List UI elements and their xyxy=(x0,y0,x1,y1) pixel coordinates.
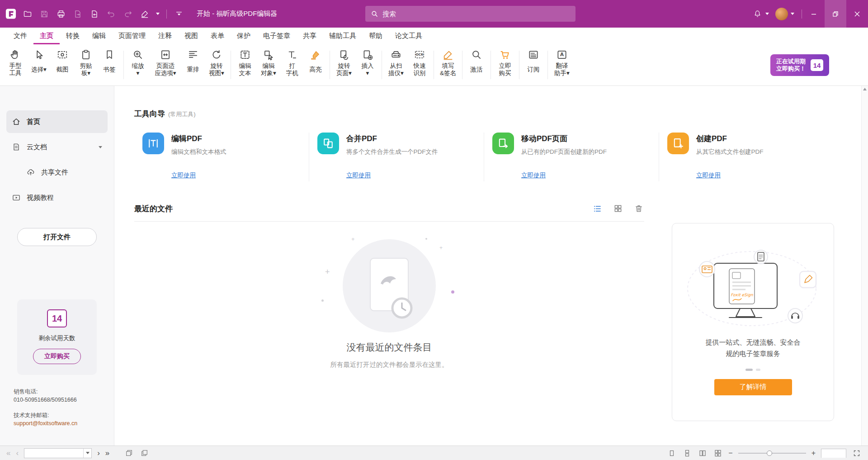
account-dropdown-caret[interactable] xyxy=(791,13,794,15)
esign-promo-card: Foxit eSign xyxy=(672,223,834,421)
tool-card-merge-pdf[interactable]: 合并PDF 将多个文件合并生成一个PDF文件 立即使用 xyxy=(309,133,484,181)
ribbon-tool-edit-text[interactable]: 编辑文本 xyxy=(233,44,257,85)
print-icon[interactable] xyxy=(56,9,66,19)
menu-item-edit[interactable]: 编辑 xyxy=(86,28,112,44)
cloud-docs-expand-caret[interactable] xyxy=(99,146,102,148)
esign-dropdown-caret[interactable] xyxy=(156,13,160,15)
sidebar-item-shared-files[interactable]: 共享文件 xyxy=(6,161,108,184)
search-box[interactable] xyxy=(365,6,576,22)
sidebar-item-cloud-docs[interactable]: 云文档 xyxy=(6,136,108,158)
menu-item-form[interactable]: 表单 xyxy=(204,28,231,44)
ribbon-tool-zoom[interactable]: 缩放▾ xyxy=(126,44,150,85)
zoom-value-input[interactable] xyxy=(821,450,846,458)
facing-view-icon[interactable] xyxy=(698,448,708,458)
ribbon-tool-rotate-pages[interactable]: 旋转页面▾ xyxy=(332,44,356,85)
notifications-bell-icon[interactable] xyxy=(752,9,763,19)
export-page-icon[interactable] xyxy=(72,9,83,19)
learn-more-button[interactable]: 了解详情 xyxy=(714,379,792,395)
last-page-button[interactable]: » xyxy=(105,449,109,457)
menu-item-page-management[interactable]: 页面管理 xyxy=(112,28,152,44)
ribbon-tool-typewriter[interactable]: 打字机 xyxy=(280,44,304,85)
open-folder-icon[interactable] xyxy=(22,9,33,19)
restore-button[interactable] xyxy=(825,0,846,28)
fullscreen-icon[interactable] xyxy=(852,448,862,458)
first-page-button[interactable]: « xyxy=(6,449,10,457)
list-view-icon[interactable] xyxy=(592,203,603,214)
prev-page-button[interactable]: ‹ xyxy=(16,449,19,457)
continuous-facing-view-icon[interactable] xyxy=(713,448,723,458)
ribbon-tool-page-fit[interactable]: 页面适应选项▾ xyxy=(150,44,181,85)
ribbon-tool-highlight[interactable]: 高亮 xyxy=(304,44,327,85)
sidebar-item-video-tutorials[interactable]: 视频教程 xyxy=(6,186,108,209)
import-page-icon[interactable] xyxy=(89,9,100,19)
menu-item-protect[interactable]: 保护 xyxy=(231,28,257,44)
use-now-link[interactable]: 立即使用 xyxy=(346,171,371,180)
ribbon-tool-from-scanner[interactable]: 从扫描仪▾ xyxy=(384,44,408,85)
menu-item-view[interactable]: 视图 xyxy=(178,28,204,44)
save-icon[interactable] xyxy=(39,9,50,19)
zoom-in-button[interactable]: + xyxy=(811,450,816,457)
ribbon-tool-bookmark[interactable]: 书签 xyxy=(98,44,121,85)
ribbon-tool-reflow[interactable]: 重排 xyxy=(181,44,205,85)
sidebar-item-home[interactable]: 首页 xyxy=(6,110,108,133)
menu-item-file[interactable]: 文件 xyxy=(7,28,33,44)
use-now-link[interactable]: 立即使用 xyxy=(696,171,721,180)
support-email-link[interactable]: support@foxitsoftware.cn xyxy=(14,419,114,427)
ribbon-tool-quick-ocr[interactable]: OCR 快速识别 xyxy=(408,44,431,85)
home-icon xyxy=(12,117,21,126)
menu-item-accessibility[interactable]: 辅助工具 xyxy=(323,28,363,44)
continuous-view-icon[interactable] xyxy=(682,448,692,458)
use-now-link[interactable]: 立即使用 xyxy=(521,171,546,180)
menu-item-help[interactable]: 帮助 xyxy=(363,28,389,44)
ribbon-tool-translate-assistant[interactable]: A 翻译助手▾ xyxy=(550,44,574,85)
next-view-icon[interactable] xyxy=(139,448,149,458)
menu-item-share[interactable]: 共享 xyxy=(297,28,323,44)
undo-icon[interactable] xyxy=(106,9,117,19)
open-file-button[interactable]: 打开文件 xyxy=(17,228,97,246)
customize-toolbar-icon[interactable] xyxy=(174,9,184,19)
menu-item-esign[interactable]: 电子签章 xyxy=(257,28,297,44)
ribbon-tool-clipboard[interactable]: 剪贴板▾ xyxy=(74,44,98,85)
ribbon-tool-fill-sign[interactable]: 填写&签名 xyxy=(436,44,460,85)
esign-quick-icon[interactable] xyxy=(139,9,150,19)
scroll-up-arrow[interactable] xyxy=(863,88,867,90)
single-page-view-icon[interactable] xyxy=(667,448,677,458)
menu-item-comment[interactable]: 注释 xyxy=(152,28,178,44)
menu-item-convert[interactable]: 转换 xyxy=(60,28,86,44)
redo-icon[interactable] xyxy=(123,9,133,19)
ribbon-tool-activate[interactable]: 激活 xyxy=(465,44,488,85)
carousel-dot[interactable] xyxy=(756,369,760,371)
page-dropdown[interactable] xyxy=(83,449,91,458)
previous-view-icon[interactable] xyxy=(124,448,134,458)
zoom-out-button[interactable]: − xyxy=(728,450,732,457)
ribbon-tool-edit-object[interactable]: 编辑对象▾ xyxy=(257,44,280,85)
minimize-button[interactable] xyxy=(803,0,825,28)
tool-card-create-pdf[interactable]: 创建PDF 从其它格式文件创建PDF 立即使用 xyxy=(659,133,834,181)
ribbon-tool-insert[interactable]: 插入▾ xyxy=(356,44,379,85)
carousel-dot[interactable] xyxy=(745,369,753,371)
use-now-link[interactable]: 立即使用 xyxy=(171,171,196,180)
vertical-scrollbar[interactable] xyxy=(861,86,868,446)
menu-item-home[interactable]: 主页 xyxy=(33,28,60,44)
trial-period-badge[interactable]: 正在试用期 立即购买！ 14 xyxy=(770,54,829,76)
bell-dropdown-caret[interactable] xyxy=(765,13,769,15)
grid-view-icon[interactable] xyxy=(613,203,623,214)
ribbon-tool-snapshot[interactable]: 截图 xyxy=(51,44,74,85)
ribbon-tool-hand[interactable]: 手型工具 xyxy=(4,44,27,85)
buy-now-button[interactable]: 立即购买 xyxy=(33,349,81,364)
ribbon-tool-rotate-view[interactable]: 旋转视图▾ xyxy=(205,44,228,85)
next-page-button[interactable]: › xyxy=(97,449,100,457)
tool-card-edit-pdf[interactable]: 编辑PDF 编辑文档和文本格式 立即使用 xyxy=(134,133,309,181)
menu-item-paper-tools[interactable]: 论文工具 xyxy=(389,28,429,44)
ribbon-tool-select[interactable]: 选择▾ xyxy=(27,44,51,85)
page-number-input[interactable] xyxy=(24,450,83,456)
ribbon-tool-buy-now[interactable]: 立即购买 xyxy=(493,44,517,85)
close-button[interactable] xyxy=(846,0,868,28)
zoom-slider-handle[interactable] xyxy=(767,451,772,456)
search-input[interactable] xyxy=(382,10,570,18)
delete-recent-icon[interactable] xyxy=(633,203,644,214)
ribbon-tool-subscribe[interactable]: 订阅 xyxy=(522,44,545,85)
tool-card-move-pdf-pages[interactable]: 移动PDF页面 从已有的PDF页面创建新的PDF 立即使用 xyxy=(484,133,659,181)
user-avatar[interactable] xyxy=(775,8,788,20)
zoom-slider[interactable] xyxy=(738,450,806,456)
